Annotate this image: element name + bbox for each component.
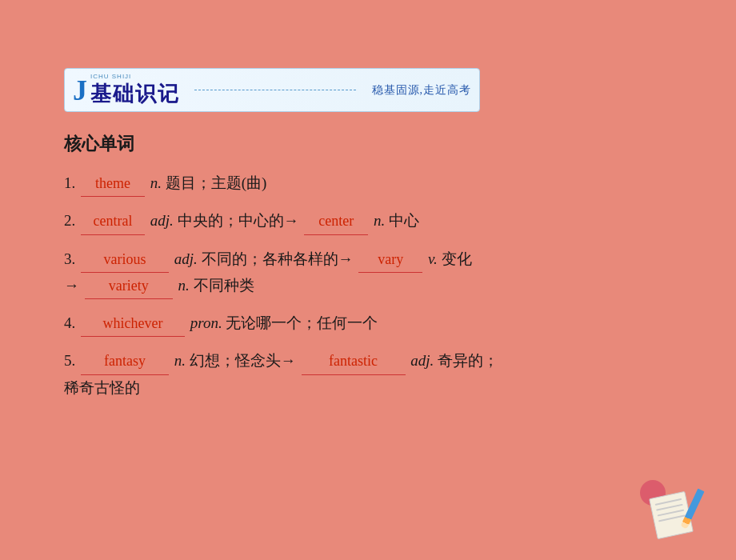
blank-2-2: center [304,208,368,234]
content-area: 核心单词 1. theme n. 题目；主题(曲) 2. central adj… [64,132,688,412]
header-banner: J ICHU SHIJI 基础识记 稳基固源,走近高考 [64,68,480,112]
logo-j: J [73,76,87,105]
decoration-notebook [640,480,696,536]
blank-2-1: central [81,208,145,234]
blank-4-1: whichever [81,310,185,337]
vocab-item-1: 1. theme n. 题目；主题(曲) [64,170,688,197]
blank-3-3: variety [85,273,173,299]
banner-subtitle: 稳基固源,走近高考 [372,83,472,98]
blank-3-2: vary [358,246,422,273]
ichu-text: ICHU SHIJI [90,73,180,80]
blank-5-1: fantasy [81,348,169,374]
vocab-item-5: 5. fantasy n. 幻想；怪念头→ fantastic adj. 奇异的… [64,348,688,401]
blank-3-1: various [81,246,169,273]
blank-1-1: theme [81,170,145,197]
vocab-item-2: 2. central adj. 中央的；中心的→ center n. 中心 [64,208,688,234]
blank-5-2: fantastic [302,348,406,374]
banner-title: 基础识记 [90,80,180,108]
vocab-item-4: 4. whichever pron. 无论哪一个；任何一个 [64,310,688,337]
vocab-item-3: 3. various adj. 不同的；各种各样的→ vary v. 变化 → … [64,246,688,300]
section-title: 核心单词 [64,132,688,156]
